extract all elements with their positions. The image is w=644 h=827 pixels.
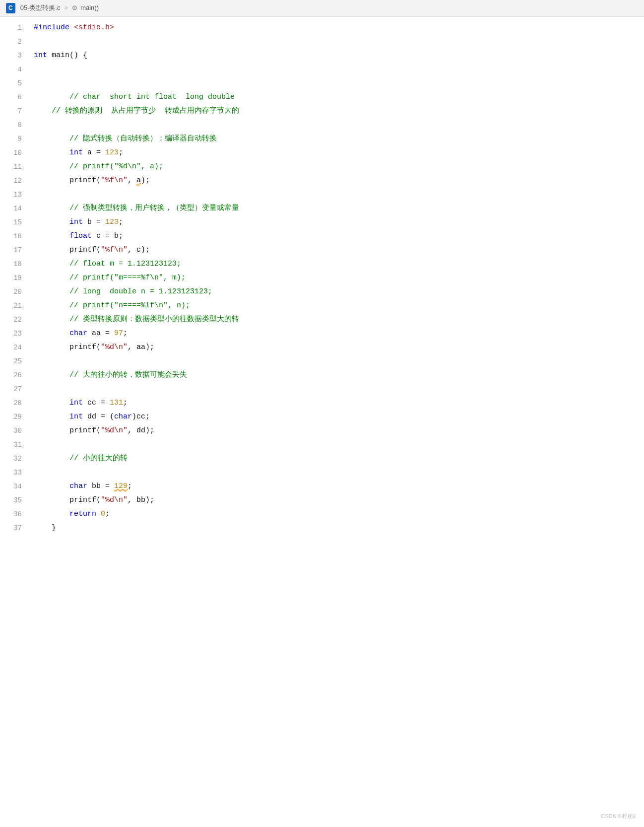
code-token: int — [69, 399, 83, 407]
line-number: 12 — [0, 174, 22, 188]
code-token: aa = — [87, 329, 114, 338]
line-number: 5 — [0, 76, 22, 90]
line-number: 8 — [0, 118, 22, 132]
code-token: // printf("%d\n", a); — [34, 162, 163, 171]
code-token: 123 — [105, 148, 119, 157]
code-token: ; — [123, 399, 128, 407]
line-number: 3 — [0, 49, 22, 63]
code-line: // float m = 1.123123123; — [34, 257, 644, 271]
code-line: // 大的往小的转，数据可能会丢失 — [34, 368, 644, 382]
line-number: 16 — [0, 229, 22, 243]
code-token: "%d\n" — [101, 426, 128, 435]
code-token: , bb); — [128, 496, 154, 504]
line-number: 17 — [0, 243, 22, 257]
line-number: 27 — [0, 382, 22, 396]
line-number: 20 — [0, 285, 22, 299]
code-line — [34, 438, 644, 452]
code-token — [34, 148, 69, 157]
code-token: printf( — [34, 176, 101, 185]
code-token: char — [69, 329, 87, 338]
line-number: 21 — [0, 299, 22, 313]
code-token: ); — [141, 176, 150, 185]
code-line: printf("%d\n", aa); — [34, 341, 644, 354]
code-line — [34, 118, 644, 132]
code-token: // 小的往大的转 — [34, 454, 128, 463]
code-line: float c = b; — [34, 229, 644, 243]
code-token: a — [136, 176, 141, 185]
code-line: char bb = 129; — [34, 480, 644, 493]
code-token: <stdio.h> — [74, 23, 114, 32]
breadcrumb-bar: C 05-类型转换.c > ⊙ main() — [0, 0, 644, 17]
code-line: } — [34, 521, 644, 535]
line-number: 24 — [0, 341, 22, 354]
code-area: 1234567891011121314151617181920212223242… — [0, 17, 644, 539]
code-token: dd = ( — [83, 413, 114, 421]
code-line: // char short int float long double — [34, 90, 644, 104]
code-token: printf( — [34, 343, 101, 351]
language-icon: C — [6, 3, 15, 13]
code-line — [34, 466, 644, 480]
code-token: "%d\n" — [101, 343, 128, 351]
code-token: 0 — [101, 510, 105, 518]
line-number: 29 — [0, 410, 22, 424]
code-token: bb = — [87, 482, 114, 490]
code-token: int — [34, 51, 47, 60]
code-token: , aa); — [128, 343, 154, 351]
line-number: 33 — [0, 466, 22, 480]
line-number: 4 — [0, 63, 22, 76]
code-line — [34, 354, 644, 368]
code-line: return 0; — [34, 507, 644, 521]
line-number: 7 — [0, 104, 22, 118]
code-token: ; — [128, 482, 132, 490]
code-token: char — [69, 482, 87, 490]
code-token: ; — [119, 148, 123, 157]
code-token: "%f\n" — [101, 246, 128, 254]
line-number: 1 — [0, 21, 22, 35]
code-token — [34, 482, 69, 490]
line-number: 32 — [0, 452, 22, 466]
code-line — [34, 382, 644, 396]
watermark: CSDN ©柠栀£ — [601, 812, 636, 821]
code-token: char — [114, 413, 132, 421]
code-token — [34, 232, 69, 240]
code-token: printf( — [34, 246, 101, 254]
code-token: // 大的往小的转，数据可能会丢失 — [34, 371, 187, 379]
line-number: 19 — [0, 271, 22, 285]
line-number: 2 — [0, 35, 22, 49]
line-number: 18 — [0, 257, 22, 271]
code-line — [34, 188, 644, 202]
code-line: printf("%f\n", c); — [34, 243, 644, 257]
line-number: 14 — [0, 202, 22, 215]
code-token: main() { — [47, 51, 87, 60]
breadcrumb-file: 05-类型转换.c — [20, 3, 61, 13]
breadcrumb-sep: > — [64, 3, 68, 13]
line-number: 25 — [0, 354, 22, 368]
code-token: // printf("n====%lf\n", n); — [34, 301, 190, 310]
code-line: // printf("n====%lf\n", n); — [34, 299, 644, 313]
code-token: // 隐式转换（自动转换）：编译器自动转换 — [34, 135, 217, 143]
line-number: 15 — [0, 215, 22, 229]
code-token: "%f\n" — [101, 176, 128, 185]
code-lines: #include <stdio.h> int main() { // char … — [30, 21, 644, 535]
code-token: // long double n = 1.123123123; — [34, 287, 212, 296]
line-number: 10 — [0, 146, 22, 160]
code-token: int — [69, 218, 83, 226]
code-token: "%d\n" — [101, 496, 128, 504]
code-line: int dd = (char)cc; — [34, 410, 644, 424]
line-number: 35 — [0, 493, 22, 507]
code-token: #include — [34, 23, 74, 32]
code-line: // 强制类型转换，用户转换，（类型）变量或常量 — [34, 202, 644, 215]
code-token: float — [69, 232, 92, 240]
code-token: return — [69, 510, 96, 518]
code-token: , c); — [128, 246, 150, 254]
code-token: // printf("m====%f\n", m); — [34, 274, 186, 282]
code-token: ; — [105, 510, 110, 518]
line-number: 13 — [0, 188, 22, 202]
code-line: int main() { — [34, 49, 644, 63]
code-line: // 小的往大的转 — [34, 452, 644, 466]
line-numbers: 1234567891011121314151617181920212223242… — [0, 21, 30, 535]
line-number: 11 — [0, 160, 22, 174]
code-line: // printf("%d\n", a); — [34, 160, 644, 174]
code-token: // char short int float long double — [34, 93, 235, 101]
code-line: // 隐式转换（自动转换）：编译器自动转换 — [34, 132, 644, 146]
